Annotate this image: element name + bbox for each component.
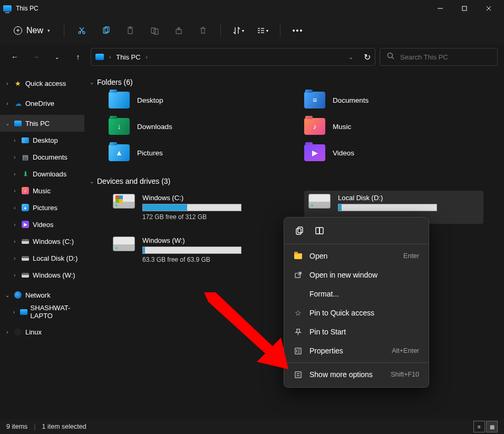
chevron-right-icon: › — [12, 222, 18, 228]
drive-usage-bar — [142, 246, 241, 254]
sidebar-quick-access[interactable]: ›★Quick access — [0, 75, 84, 92]
context-open[interactable]: OpenEnter — [284, 246, 429, 265]
sidebar-label: Quick access — [25, 80, 66, 87]
context-open-new-window[interactable]: Open in new window — [284, 265, 429, 284]
folders-section-header[interactable]: ⌄Folders (6) — [89, 75, 500, 92]
cloud-icon: ☁ — [14, 99, 22, 107]
forward-button[interactable]: → — [27, 48, 44, 65]
folder-label: Desktop — [137, 96, 163, 104]
sidebar-label: Pictures — [33, 204, 57, 212]
sidebar-onedrive[interactable]: ›☁OneDrive — [0, 95, 84, 112]
details-view-button[interactable]: ≡ — [473, 421, 485, 432]
sidebar-videos[interactable]: ›▶Videos — [0, 216, 84, 233]
sidebar-label: Windows (W:) — [33, 271, 75, 279]
sidebar-label: Linux — [25, 328, 42, 336]
context-show-more-options[interactable]: Show more optionsShift+F10 — [284, 365, 429, 384]
paste-button[interactable] — [119, 21, 141, 40]
search-input[interactable] — [400, 53, 491, 61]
copy-button[interactable] — [95, 21, 117, 40]
sidebar-desktop[interactable]: ›Desktop — [0, 132, 84, 149]
titlebar: This PC — [0, 0, 504, 17]
breadcrumb[interactable]: This PC — [116, 53, 140, 61]
sidebar-label: Network — [25, 291, 51, 299]
context-label: Open in new window — [309, 271, 419, 279]
music-icon: ♪ — [21, 186, 30, 195]
minimize-button[interactable] — [428, 0, 452, 17]
chevron-down-icon: ⌄ — [4, 121, 11, 126]
new-button[interactable]: + New ▾ — [6, 23, 57, 38]
svg-point-21 — [388, 53, 393, 58]
context-properties[interactable]: PropertiesAlt+Enter — [284, 341, 429, 360]
computer-icon — [20, 308, 27, 316]
this-pc-icon — [95, 54, 104, 60]
sidebar-linux[interactable]: ›Linux — [0, 323, 84, 340]
drive-name: Local Disk (D:) — [338, 194, 479, 202]
drive-icon — [308, 194, 331, 209]
pictures-icon: ▲ — [109, 144, 130, 161]
cut-button[interactable] — [71, 21, 93, 40]
ctx-copy-icon-button[interactable] — [294, 225, 305, 236]
chevron-down-icon: ⌄ — [90, 80, 94, 85]
toolbar-separator — [220, 24, 221, 37]
drive-icon — [21, 254, 30, 262]
back-button[interactable]: ← — [6, 48, 23, 65]
context-label: Properties — [309, 347, 384, 355]
toolbar-separator — [64, 24, 64, 37]
sidebar-label: Desktop — [33, 136, 58, 144]
sidebar-network-computer[interactable]: ›SHASHWAT-LAPTO — [0, 303, 84, 320]
refresh-button[interactable]: ↻ — [364, 52, 371, 62]
address-bar[interactable]: › This PC › ⌄ ↻ — [91, 48, 375, 66]
drive-windows-w[interactable]: Windows (W:) 63.3 GB free of 63.9 GB — [109, 233, 288, 267]
sidebar-local-disk-d[interactable]: ›Local Disk (D:) — [0, 250, 84, 267]
folder-documents[interactable]: ≡Documents — [304, 92, 500, 108]
share-button[interactable] — [168, 21, 190, 40]
chevron-right-icon: › — [4, 81, 11, 86]
sidebar-windows-w[interactable]: ›Windows (W:) — [0, 267, 84, 283]
drive-usage-bar — [338, 204, 437, 211]
sidebar-documents[interactable]: ›▤Documents — [0, 149, 84, 165]
folder-pictures[interactable]: ▲Pictures — [109, 144, 304, 161]
sort-button[interactable]: ▾ — [227, 21, 249, 40]
close-button[interactable] — [477, 0, 501, 17]
chevron-right-icon: › — [146, 54, 148, 60]
toolbar-separator — [280, 24, 280, 37]
context-pin-quick-access[interactable]: ☆Pin to Quick access — [284, 303, 429, 322]
rename-button[interactable] — [143, 21, 166, 40]
large-icons-view-button[interactable]: ▦ — [486, 421, 498, 432]
drive-icon — [21, 237, 30, 245]
sidebar-music[interactable]: ›♪Music — [0, 182, 84, 199]
folder-music[interactable]: ♪Music — [304, 118, 500, 135]
sidebar-downloads[interactable]: ›⬇Downloads — [0, 165, 84, 182]
recent-button[interactable]: ⌄ — [49, 48, 65, 65]
sidebar-network[interactable]: ⌄Network — [0, 287, 84, 303]
sidebar-this-pc[interactable]: ⌄This PC — [0, 115, 84, 132]
folder-videos[interactable]: ▶Videos — [304, 144, 500, 161]
chevron-right-icon: › — [12, 188, 18, 194]
new-window-icon — [294, 271, 302, 279]
sidebar-pictures[interactable]: ›▲Pictures — [0, 199, 84, 216]
folder-label: Documents — [333, 96, 369, 104]
svg-rect-23 — [296, 229, 301, 234]
context-format[interactable]: Format... — [284, 284, 429, 303]
chevron-down-icon: ⌄ — [4, 292, 11, 298]
more-button[interactable]: ••• — [287, 21, 309, 40]
context-pin-start[interactable]: Pin to Start — [284, 322, 429, 341]
chevron-right-icon: › — [4, 101, 11, 106]
folder-downloads[interactable]: ↓Downloads — [109, 118, 304, 135]
folder-desktop[interactable]: Desktop — [109, 92, 304, 108]
desktop-icon — [109, 92, 130, 108]
folder-label: Pictures — [137, 149, 163, 157]
maximize-button[interactable] — [452, 0, 477, 17]
more-icon: ••• — [293, 26, 304, 35]
view-button[interactable]: ▾ — [251, 21, 274, 40]
search-bar[interactable] — [380, 48, 498, 66]
up-button[interactable]: ↑ — [70, 48, 86, 65]
drives-section-header[interactable]: ⌄Devices and drives (3) — [89, 174, 500, 191]
drive-windows-c[interactable]: Windows (C:) 172 GB free of 312 GB — [109, 191, 288, 224]
dropdown-icon[interactable]: ⌄ — [348, 54, 353, 61]
ctx-paste-icon-button[interactable] — [314, 225, 325, 236]
sidebar-label: Videos — [33, 221, 54, 229]
delete-button[interactable] — [192, 21, 214, 40]
sidebar-label: Local Disk (D:) — [33, 254, 77, 262]
sidebar-windows-c[interactable]: ›Windows (C:) — [0, 233, 84, 250]
